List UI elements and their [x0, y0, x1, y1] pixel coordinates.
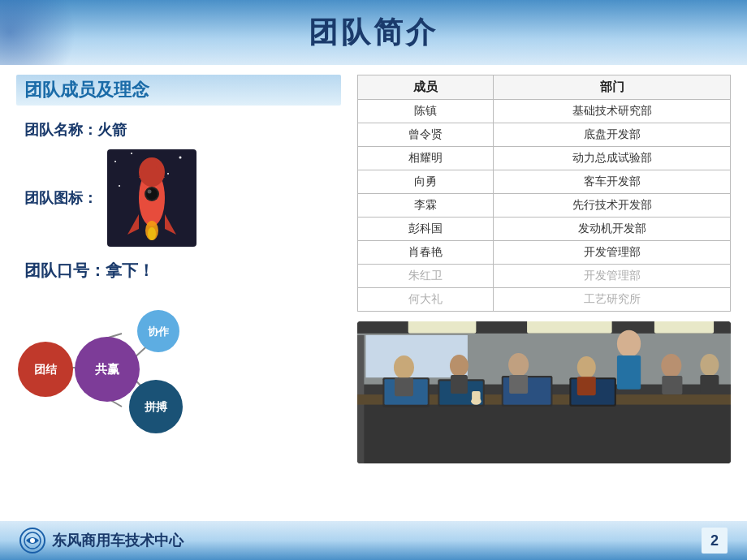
members-table: 成员 部门 陈镇基础技术研究部曾令贤底盘开发部相耀明动力总成试验部向勇客车开发部…: [357, 75, 731, 312]
svg-point-44: [450, 355, 468, 377]
svg-point-1: [114, 161, 116, 162]
svg-rect-45: [451, 375, 468, 394]
rocket-svg: [107, 149, 196, 247]
team-photo-svg: [357, 321, 731, 463]
svg-rect-53: [662, 376, 682, 394]
table-row: 朱红卫开发管理部: [358, 265, 731, 288]
svg-rect-28: [527, 321, 612, 334]
svg-rect-49: [617, 355, 641, 390]
logo-icon: [19, 528, 45, 554]
svg-rect-43: [395, 377, 413, 396]
svg-rect-47: [509, 375, 528, 394]
diagram-area: 团结 共赢 协作 拼搏: [16, 295, 195, 433]
svg-point-9: [146, 188, 158, 200]
svg-text:协作: 协作: [148, 325, 170, 338]
svg-text:拼搏: 拼搏: [144, 400, 168, 413]
member-dept: 发动机开发部: [494, 218, 731, 241]
team-name: 团队名称：火箭: [16, 117, 341, 143]
footer-logo: 东风商用车技术中心: [19, 528, 184, 554]
member-name: 李霖: [358, 194, 494, 218]
member-name: 彭科国: [358, 218, 494, 241]
team-icon-label: 团队图标：: [24, 188, 97, 208]
footer-logo-text: 东风商用车技术中心: [52, 531, 184, 550]
member-dept: 底盘开发部: [494, 123, 731, 147]
svg-point-52: [661, 354, 681, 377]
member-dept: 客车开发部: [494, 170, 731, 194]
svg-point-4: [167, 173, 169, 174]
slogan: 团队口号：拿下！: [16, 256, 341, 285]
svg-rect-58: [472, 391, 480, 403]
table-row: 何大礼工艺研究所: [358, 288, 731, 312]
table-row: 陈镇基础技术研究部: [358, 100, 731, 123]
member-dept: 开发管理部: [494, 265, 731, 288]
svg-point-42: [394, 355, 414, 379]
footer-page-number: 2: [702, 528, 728, 554]
member-dept: 先行技术开发部: [494, 194, 731, 218]
svg-rect-29: [654, 321, 714, 334]
table-row: 向勇客车开发部: [358, 170, 731, 194]
member-dept: 基础技术研究部: [494, 100, 731, 123]
member-name: 肖春艳: [358, 241, 494, 265]
svg-point-2: [179, 157, 182, 159]
table-row: 肖春艳开发管理部: [358, 241, 731, 265]
svg-point-54: [700, 354, 719, 376]
table-row: 彭科国发动机开发部: [358, 218, 731, 241]
svg-rect-51: [577, 377, 596, 395]
svg-rect-27: [408, 321, 477, 334]
svg-point-61: [30, 538, 35, 543]
table-row: 相耀明动力总成试验部: [358, 147, 731, 170]
team-icon-row: 团队图标：: [16, 149, 341, 247]
svg-text:团结: 团结: [34, 363, 58, 376]
member-name: 何大礼: [358, 288, 494, 312]
svg-point-10: [148, 190, 152, 194]
member-name: 朱红卫: [358, 265, 494, 288]
rocket-image: [107, 149, 196, 247]
col-header-name: 成员: [358, 75, 494, 100]
svg-rect-55: [700, 375, 719, 394]
member-name: 陈镇: [358, 100, 494, 123]
table-row: 李霖先行技术开发部: [358, 194, 731, 218]
member-name: 向勇: [358, 170, 494, 194]
table-row: 曾令贤底盘开发部: [358, 123, 731, 147]
member-name: 相耀明: [358, 147, 494, 170]
svg-point-48: [617, 330, 641, 357]
section-title: 团队成员及理念: [16, 75, 341, 106]
col-header-dept: 部门: [494, 75, 731, 100]
main-content: 团队成员及理念 团队名称：火箭 团队图标：: [0, 65, 747, 521]
svg-point-50: [577, 356, 596, 378]
svg-point-5: [119, 185, 120, 187]
right-panel: 成员 部门 陈镇基础技术研究部曾令贤底盘开发部相耀明动力总成试验部向勇客车开发部…: [357, 75, 731, 515]
member-dept: 动力总成试验部: [494, 147, 731, 170]
left-panel: 团队成员及理念 团队名称：火箭 团队图标：: [16, 75, 341, 515]
svg-text:共赢: 共赢: [95, 362, 119, 376]
svg-rect-56: [357, 405, 731, 463]
header: 团队简介: [0, 0, 747, 65]
member-dept: 开发管理部: [494, 241, 731, 265]
member-dept: 工艺研究所: [494, 288, 731, 312]
footer: 东风商用车技术中心 2: [0, 521, 747, 560]
svg-point-3: [131, 153, 132, 154]
team-photo: [357, 321, 731, 463]
svg-point-46: [508, 353, 529, 377]
member-name: 曾令贤: [358, 123, 494, 147]
diagram-svg: 团结 共赢 协作 拼搏: [16, 295, 195, 437]
svg-point-12: [148, 227, 156, 240]
page-title: 团队简介: [309, 13, 438, 53]
